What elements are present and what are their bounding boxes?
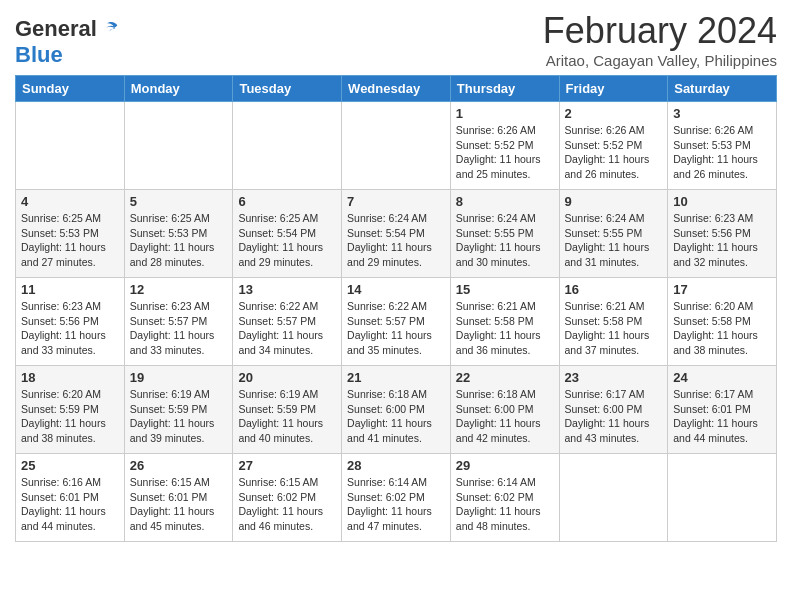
day-info: Sunrise: 6:18 AMSunset: 6:00 PMDaylight:… [347,387,445,446]
calendar-week-2: 4Sunrise: 6:25 AMSunset: 5:53 PMDaylight… [16,190,777,278]
column-header-wednesday: Wednesday [342,76,451,102]
logo-bird-icon [99,18,121,40]
day-info: Sunrise: 6:22 AMSunset: 5:57 PMDaylight:… [238,299,336,358]
calendar-cell: 10Sunrise: 6:23 AMSunset: 5:56 PMDayligh… [668,190,777,278]
day-info: Sunrise: 6:23 AMSunset: 5:56 PMDaylight:… [21,299,119,358]
calendar-cell [668,454,777,542]
calendar-cell: 19Sunrise: 6:19 AMSunset: 5:59 PMDayligh… [124,366,233,454]
calendar-cell: 25Sunrise: 6:16 AMSunset: 6:01 PMDayligh… [16,454,125,542]
day-number: 27 [238,458,336,473]
calendar-cell: 29Sunrise: 6:14 AMSunset: 6:02 PMDayligh… [450,454,559,542]
day-info: Sunrise: 6:25 AMSunset: 5:54 PMDaylight:… [238,211,336,270]
day-info: Sunrise: 6:19 AMSunset: 5:59 PMDaylight:… [130,387,228,446]
calendar-cell: 11Sunrise: 6:23 AMSunset: 5:56 PMDayligh… [16,278,125,366]
day-info: Sunrise: 6:18 AMSunset: 6:00 PMDaylight:… [456,387,554,446]
day-number: 16 [565,282,663,297]
day-number: 21 [347,370,445,385]
calendar-cell: 23Sunrise: 6:17 AMSunset: 6:00 PMDayligh… [559,366,668,454]
day-number: 13 [238,282,336,297]
calendar-cell: 6Sunrise: 6:25 AMSunset: 5:54 PMDaylight… [233,190,342,278]
calendar-week-5: 25Sunrise: 6:16 AMSunset: 6:01 PMDayligh… [16,454,777,542]
column-header-sunday: Sunday [16,76,125,102]
day-info: Sunrise: 6:25 AMSunset: 5:53 PMDaylight:… [130,211,228,270]
calendar-cell: 15Sunrise: 6:21 AMSunset: 5:58 PMDayligh… [450,278,559,366]
day-info: Sunrise: 6:15 AMSunset: 6:01 PMDaylight:… [130,475,228,534]
calendar-cell: 28Sunrise: 6:14 AMSunset: 6:02 PMDayligh… [342,454,451,542]
calendar-cell: 5Sunrise: 6:25 AMSunset: 5:53 PMDaylight… [124,190,233,278]
day-info: Sunrise: 6:17 AMSunset: 6:01 PMDaylight:… [673,387,771,446]
day-number: 11 [21,282,119,297]
calendar-cell: 4Sunrise: 6:25 AMSunset: 5:53 PMDaylight… [16,190,125,278]
day-number: 29 [456,458,554,473]
day-number: 26 [130,458,228,473]
day-info: Sunrise: 6:15 AMSunset: 6:02 PMDaylight:… [238,475,336,534]
day-info: Sunrise: 6:21 AMSunset: 5:58 PMDaylight:… [456,299,554,358]
day-number: 5 [130,194,228,209]
column-header-monday: Monday [124,76,233,102]
column-header-thursday: Thursday [450,76,559,102]
calendar-week-4: 18Sunrise: 6:20 AMSunset: 5:59 PMDayligh… [16,366,777,454]
column-header-saturday: Saturday [668,76,777,102]
calendar-cell [559,454,668,542]
calendar-cell: 18Sunrise: 6:20 AMSunset: 5:59 PMDayligh… [16,366,125,454]
logo-blue-text: Blue [15,42,63,67]
calendar-cell: 20Sunrise: 6:19 AMSunset: 5:59 PMDayligh… [233,366,342,454]
day-info: Sunrise: 6:20 AMSunset: 5:58 PMDaylight:… [673,299,771,358]
calendar-cell: 27Sunrise: 6:15 AMSunset: 6:02 PMDayligh… [233,454,342,542]
day-number: 25 [21,458,119,473]
logo: General Blue [15,10,121,68]
column-header-friday: Friday [559,76,668,102]
day-info: Sunrise: 6:21 AMSunset: 5:58 PMDaylight:… [565,299,663,358]
day-info: Sunrise: 6:24 AMSunset: 5:55 PMDaylight:… [565,211,663,270]
day-number: 1 [456,106,554,121]
calendar-header-row: SundayMondayTuesdayWednesdayThursdayFrid… [16,76,777,102]
day-info: Sunrise: 6:24 AMSunset: 5:54 PMDaylight:… [347,211,445,270]
day-info: Sunrise: 6:20 AMSunset: 5:59 PMDaylight:… [21,387,119,446]
day-info: Sunrise: 6:25 AMSunset: 5:53 PMDaylight:… [21,211,119,270]
calendar-cell: 12Sunrise: 6:23 AMSunset: 5:57 PMDayligh… [124,278,233,366]
logo-general-text: General [15,16,97,42]
calendar-cell: 7Sunrise: 6:24 AMSunset: 5:54 PMDaylight… [342,190,451,278]
day-number: 6 [238,194,336,209]
day-number: 7 [347,194,445,209]
day-number: 17 [673,282,771,297]
calendar-cell: 8Sunrise: 6:24 AMSunset: 5:55 PMDaylight… [450,190,559,278]
calendar-cell [16,102,125,190]
title-section: February 2024 Aritao, Cagayan Valley, Ph… [543,10,777,69]
calendar-cell: 26Sunrise: 6:15 AMSunset: 6:01 PMDayligh… [124,454,233,542]
day-number: 10 [673,194,771,209]
calendar-cell: 16Sunrise: 6:21 AMSunset: 5:58 PMDayligh… [559,278,668,366]
day-info: Sunrise: 6:19 AMSunset: 5:59 PMDaylight:… [238,387,336,446]
header: General Blue February 2024 Aritao, Cagay… [15,10,777,69]
day-info: Sunrise: 6:16 AMSunset: 6:01 PMDaylight:… [21,475,119,534]
day-number: 4 [21,194,119,209]
calendar-cell: 2Sunrise: 6:26 AMSunset: 5:52 PMDaylight… [559,102,668,190]
day-info: Sunrise: 6:26 AMSunset: 5:52 PMDaylight:… [565,123,663,182]
day-number: 23 [565,370,663,385]
calendar-cell: 9Sunrise: 6:24 AMSunset: 5:55 PMDaylight… [559,190,668,278]
calendar-cell: 17Sunrise: 6:20 AMSunset: 5:58 PMDayligh… [668,278,777,366]
day-info: Sunrise: 6:22 AMSunset: 5:57 PMDaylight:… [347,299,445,358]
day-number: 28 [347,458,445,473]
day-number: 20 [238,370,336,385]
calendar-cell [342,102,451,190]
day-number: 3 [673,106,771,121]
column-header-tuesday: Tuesday [233,76,342,102]
day-number: 8 [456,194,554,209]
day-info: Sunrise: 6:26 AMSunset: 5:52 PMDaylight:… [456,123,554,182]
day-number: 12 [130,282,228,297]
calendar-cell [124,102,233,190]
day-info: Sunrise: 6:14 AMSunset: 6:02 PMDaylight:… [347,475,445,534]
day-info: Sunrise: 6:24 AMSunset: 5:55 PMDaylight:… [456,211,554,270]
calendar-cell: 21Sunrise: 6:18 AMSunset: 6:00 PMDayligh… [342,366,451,454]
location-subtitle: Aritao, Cagayan Valley, Philippines [543,52,777,69]
day-info: Sunrise: 6:23 AMSunset: 5:56 PMDaylight:… [673,211,771,270]
day-info: Sunrise: 6:26 AMSunset: 5:53 PMDaylight:… [673,123,771,182]
day-number: 22 [456,370,554,385]
day-info: Sunrise: 6:17 AMSunset: 6:00 PMDaylight:… [565,387,663,446]
day-number: 14 [347,282,445,297]
day-number: 24 [673,370,771,385]
day-number: 2 [565,106,663,121]
month-year-title: February 2024 [543,10,777,52]
calendar-week-1: 1Sunrise: 6:26 AMSunset: 5:52 PMDaylight… [16,102,777,190]
